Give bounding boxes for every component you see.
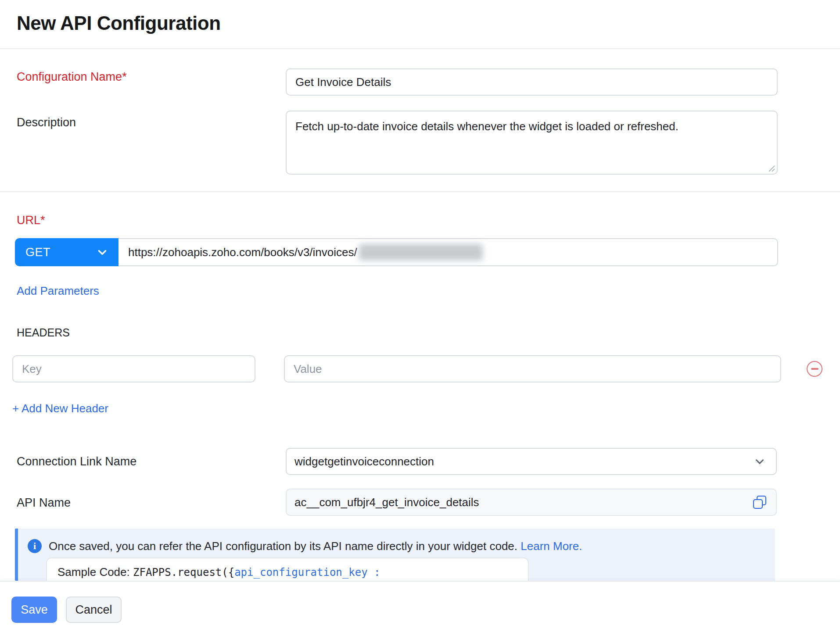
sample-code-box: Sample Code: ZFAPPS.request({api_configu… <box>46 557 529 581</box>
api-name-value: ac__com_ufbjr4_get_invoice_details <box>294 496 479 509</box>
header-key-input[interactable] <box>12 355 255 382</box>
save-button[interactable]: Save <box>11 597 57 623</box>
url-label: URL* <box>17 214 45 227</box>
redacted-invoice-id <box>359 244 483 261</box>
url-value: https://zohoapis.zoho.com/books/v3/invoi… <box>128 246 357 259</box>
http-method-dropdown[interactable]: GET <box>15 238 118 266</box>
cancel-button[interactable]: Cancel <box>66 597 122 623</box>
add-parameters-link[interactable]: Add Parameters <box>17 284 99 298</box>
minus-icon <box>811 368 818 370</box>
url-input[interactable]: https://zohoapis.zoho.com/books/v3/invoi… <box>118 238 778 266</box>
sample-code-prefix: Sample Code: <box>57 565 133 579</box>
http-method-value: GET <box>25 246 50 259</box>
header-value-input[interactable] <box>284 355 781 382</box>
configuration-name-input[interactable] <box>286 68 778 96</box>
copy-button[interactable] <box>752 495 767 510</box>
info-icon: i <box>28 539 42 553</box>
sample-code-key: api_configuration_key : <box>234 566 380 579</box>
info-banner: i Once saved, you can refer the API conf… <box>15 529 775 581</box>
connection-link-name-label: Connection Link Name <box>17 455 136 468</box>
api-name-field[interactable]: ac__com_ufbjr4_get_invoice_details <box>286 489 777 516</box>
new-api-configuration-modal: New API Configuration Configuration Name… <box>0 0 840 636</box>
api-name-label: API Name <box>17 496 71 510</box>
remove-header-button[interactable] <box>807 361 822 377</box>
sample-code-dark: ZFAPPS.request({ <box>133 566 234 579</box>
footer-bar: Save Cancel <box>0 581 840 636</box>
section-divider <box>0 191 840 192</box>
header-divider <box>0 48 840 49</box>
add-new-header-link[interactable]: + Add New Header <box>12 402 108 415</box>
page-title: New API Configuration <box>17 12 221 34</box>
chevron-down-icon <box>754 456 765 467</box>
description-label: Description <box>17 116 76 129</box>
learn-more-link[interactable]: Learn More. <box>521 540 582 553</box>
configuration-name-label: Configuration Name* <box>17 70 127 84</box>
headers-section-title: HEADERS <box>17 326 70 339</box>
description-textarea[interactable]: Fetch up-to-date invoice details wheneve… <box>286 111 778 175</box>
chevron-down-icon <box>97 247 108 258</box>
connection-link-name-value: widgetgetinvoiceconnection <box>294 455 434 468</box>
connection-link-name-select[interactable]: widgetgetinvoiceconnection <box>286 448 777 475</box>
info-banner-message: Once saved, you can refer the API config… <box>49 540 517 553</box>
